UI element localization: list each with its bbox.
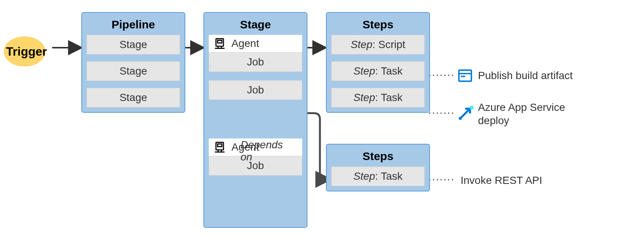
annotation-publish-artifact: Publish build artifact <box>478 69 573 82</box>
diagram-canvas: Trigger Pipeline Stage Stage Stage Stage <box>0 0 644 238</box>
pipeline-stage-item: Stage <box>87 35 180 54</box>
step-prefix: Step <box>353 65 375 77</box>
step-prefix: Step <box>353 170 375 182</box>
svg-rect-8 <box>217 40 222 43</box>
step-item: Step: Task <box>331 88 425 107</box>
annotation-invoke-rest: Invoke REST API <box>461 174 542 187</box>
agent-row: Agent <box>209 35 302 52</box>
pipeline-stage-item: Stage <box>87 88 180 107</box>
annotation-app-service-deploy: Azure App Service deploy <box>478 101 584 127</box>
job-item: Job <box>209 80 302 100</box>
step-suffix: : Task <box>375 92 403 104</box>
steps-panel-1: Steps Step: Script Step: Task Step: Task <box>326 12 430 113</box>
step-prefix: Step <box>353 92 375 104</box>
agent-icon <box>213 141 226 154</box>
trigger-node: Trigger <box>4 36 49 67</box>
box-icon <box>457 67 473 84</box>
svg-rect-22 <box>470 106 473 109</box>
step-suffix: : Script <box>372 39 405 51</box>
pipeline-stage-item: Stage <box>87 61 180 81</box>
step-suffix: : Task <box>375 65 403 77</box>
step-item: Step: Task <box>331 61 425 81</box>
deploy-arrow-icon <box>457 105 473 122</box>
stage-title: Stage <box>209 18 302 31</box>
agent-icon <box>213 37 226 50</box>
step-item: Step: Task <box>331 166 425 186</box>
step-item: Step: Script <box>331 35 425 54</box>
step-prefix: Step <box>351 39 372 51</box>
agent-label: Agent <box>231 37 259 50</box>
steps-panel-2: Steps Step: Task <box>326 144 430 191</box>
pipeline-title: Pipeline <box>87 18 180 31</box>
agent-job-group-1: Agent Job <box>209 35 302 72</box>
pipeline-panel: Pipeline Stage Stage Stage <box>81 12 185 113</box>
steps-title: Steps <box>331 150 425 163</box>
svg-rect-13 <box>217 144 222 147</box>
trigger-label: Trigger <box>6 45 47 59</box>
stage-panel: Stage Agent Job Job Depends on <box>203 12 307 228</box>
job-item: Job <box>209 52 302 72</box>
depends-on-label: Depends on <box>241 139 293 163</box>
step-suffix: : Task <box>375 170 403 182</box>
svg-line-21 <box>461 110 469 117</box>
steps-title: Steps <box>331 18 425 31</box>
